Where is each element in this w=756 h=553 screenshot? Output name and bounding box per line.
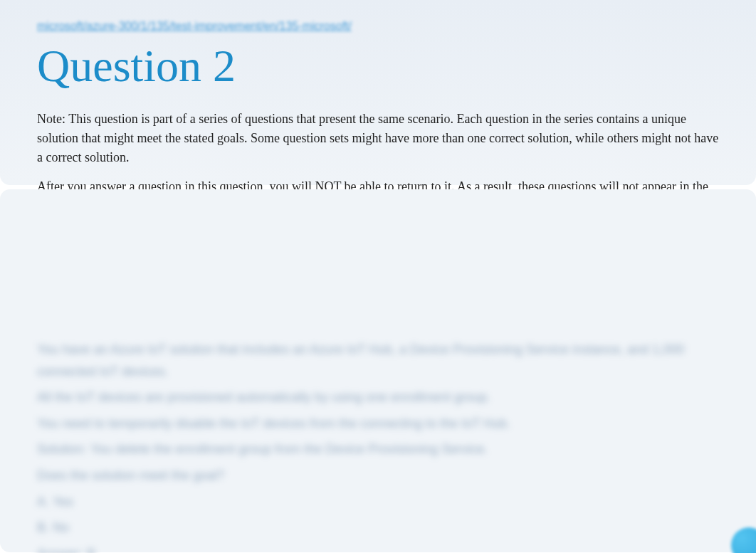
decor-corner-icon <box>731 527 756 553</box>
blurred-line: Solution: You delete the enrollment grou… <box>37 438 719 460</box>
page-title: Question 2 <box>37 40 719 93</box>
answer-line: Answer: B <box>37 543 719 553</box>
breadcrumb-link[interactable]: microsoft/azure-300/1/135/test-improveme… <box>37 20 719 33</box>
blurred-line: You need to temporarily disable the IoT … <box>37 413 719 435</box>
blurred-question-body: You have an Azure IoT solution that incl… <box>37 339 719 553</box>
blurred-line: All the IoT devices are provisioned auto… <box>37 386 719 409</box>
note-paragraph: Note: This question is part of a series … <box>37 110 719 167</box>
content-panel: You have an Azure IoT solution that incl… <box>0 189 756 552</box>
option-b: B. No <box>37 517 719 539</box>
blurred-line: You have an Azure IoT solution that incl… <box>37 339 719 382</box>
option-a: A. Yes <box>37 491 719 513</box>
blurred-line: Does the solution meet the goal? <box>37 465 719 487</box>
header-panel: microsoft/azure-300/1/135/test-improveme… <box>0 0 756 185</box>
